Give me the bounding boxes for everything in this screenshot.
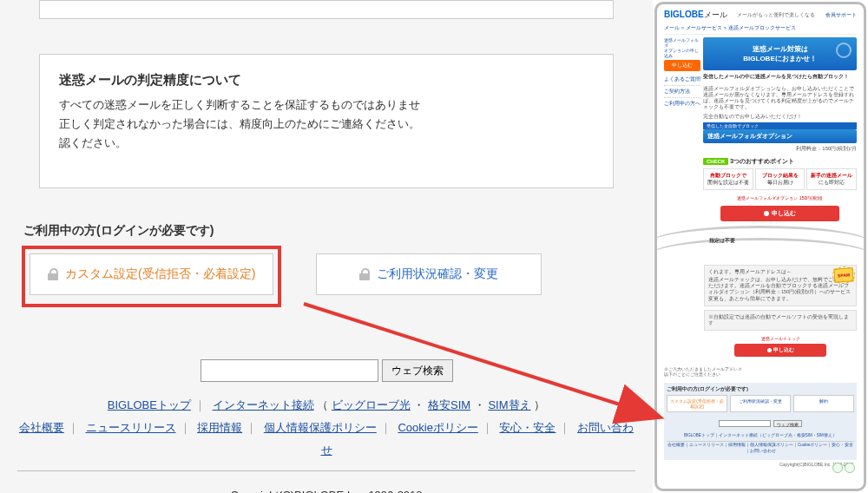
footer-link-top[interactable]: BIGLOBEトップ bbox=[108, 398, 191, 411]
preview-footlinks2: 会社概要｜ニュースリリース｜採用情報｜個人情報保護ポリシー｜Cookieポリシー… bbox=[667, 442, 854, 457]
wave-break bbox=[654, 226, 866, 257]
preview-side-link-0: よくあるご質問 bbox=[664, 74, 700, 86]
footer-link-internet[interactable]: インターネット接続 bbox=[213, 398, 314, 411]
search-row: ウェブ検索 bbox=[17, 359, 635, 382]
lock-icon bbox=[48, 268, 58, 280]
preview-desc: 迷惑メールフォルダオプションなら、お申し込みいただくことで迷惑メールが届かなくな… bbox=[703, 83, 857, 114]
accuracy-text-2: 正しく判定されなかった場合には、精度向上のためにご連絡ください。 bbox=[59, 115, 594, 134]
login-heading: ご利用中の方(ログインが必要です) bbox=[22, 223, 631, 239]
accuracy-text-3: 認ください。 bbox=[59, 134, 594, 153]
preview-login-section: ご利用中の方(ログインが必要です) カスタム設定(受信拒否・必着設定) ご利用状… bbox=[664, 383, 857, 460]
preview-sub: 受信したメールの中に迷惑メールを見つけたら自動ブロック！ bbox=[703, 70, 857, 83]
footer-links: BIGLOBEトップ｜ インターネット接続 （ ビッグローブ光 ・ 格安SIM … bbox=[17, 394, 635, 471]
main-content: 迷惑メールの判定精度について すべての迷惑メールを正しく判断することを保証するも… bbox=[0, 0, 653, 493]
footer-link-cookie[interactable]: Cookieポリシー bbox=[398, 421, 477, 434]
highlight-frame: カスタム設定(受信拒否・必着設定) bbox=[22, 246, 281, 307]
footer-link-news[interactable]: ニュースリリース bbox=[86, 421, 176, 434]
usage-status-label: ご利用状況確認・変更 bbox=[377, 266, 498, 282]
preview-side-link-2: ご利用中の方へ bbox=[664, 98, 700, 109]
footer-link-safety[interactable]: 安心・安全 bbox=[499, 421, 556, 434]
preview-login-btn-2: 解約 bbox=[793, 395, 854, 412]
accuracy-box: 迷惑メールの判定精度について すべての迷惑メールを正しく判断することを保証するも… bbox=[39, 54, 614, 188]
copyright: Copyright(C)BIGLOBE Inc. 1996-2018 bbox=[17, 489, 635, 493]
preview-hero: 迷惑メール対策は BIGLOBEにおまかせ！ bbox=[703, 37, 857, 70]
custom-settings-label: カスタム設定(受信拒否・必着設定) bbox=[65, 266, 255, 282]
preview-login-btn-0: カスタム設定(受信拒否・必着設定) bbox=[667, 395, 727, 412]
preview-tagline: メールがもっと便利で楽しくなる bbox=[737, 11, 815, 19]
footer-link-privacy[interactable]: 個人情報保護ポリシー bbox=[264, 421, 377, 434]
footer-link-hikari[interactable]: ビッグローブ光 bbox=[332, 398, 411, 411]
gear-icon bbox=[836, 43, 852, 58]
preview-footlinks1: BIGLOBEトップ｜インターネット接続（ビッグローブ光・格安SIM・SIM替え… bbox=[667, 432, 854, 442]
preview-cards: 自動ブロックで面倒な設定は不要 ブロック結果を毎日お届け 新手の迷惑メールにも即… bbox=[703, 168, 857, 190]
page-preview-thumbnail: BIGLOBEメール メールがもっと便利で楽しくなる 会員サポート メール > … bbox=[653, 0, 868, 493]
accuracy-title: 迷惑メールの判定精度について bbox=[59, 72, 594, 89]
footer-link-recruit[interactable]: 採用情報 bbox=[197, 421, 242, 434]
preview-breadcrumb: メール > メールサービス > 迷惑メールブロックサービス bbox=[664, 24, 857, 35]
footer-link-simchange[interactable]: SIM替え bbox=[488, 398, 530, 411]
preview-apply-button: 申し込む bbox=[720, 206, 839, 221]
preview-side-link-1: ご契約方法 bbox=[664, 86, 700, 98]
login-section: ご利用中の方(ログインが必要です) カスタム設定(受信拒否・必着設定) ご利用状… bbox=[22, 223, 631, 307]
footer-link-sim[interactable]: 格安SIM bbox=[428, 398, 470, 411]
preview-desc2: 完全自動なのでお申し込みいただくだけ！ bbox=[703, 114, 857, 122]
preview-option-bar: 迷惑メールフォルダオプション bbox=[703, 129, 857, 143]
preview-logo: BIGLOBE bbox=[664, 10, 704, 19]
preview-price: 利用料金：150円(税別)/月 bbox=[703, 143, 857, 154]
preview-apply2-button: 申し込む bbox=[734, 344, 826, 357]
custom-settings-button[interactable]: カスタム設定(受信拒否・必着設定) bbox=[30, 253, 273, 295]
footer-link-company[interactable]: 会社概要 bbox=[19, 421, 64, 434]
preview-search-button: ウェブ検索 bbox=[773, 420, 802, 427]
web-search-button[interactable]: ウェブ検索 bbox=[382, 359, 453, 382]
search-input[interactable] bbox=[201, 359, 378, 382]
lock-icon bbox=[359, 268, 370, 280]
preview-cert-badges bbox=[832, 463, 855, 473]
preview-copyright: Copyright(C)BIGLOBE Inc. 1996-2018 bbox=[664, 460, 857, 469]
preview-greybox: くれます。専用メールアドレスは～ 迷惑メールチェックは、お申し込みだけで、無料で… bbox=[704, 265, 857, 306]
spam-stamp-icon: SPAM bbox=[833, 267, 853, 282]
preview-nav: 会員サポート bbox=[825, 11, 857, 19]
accuracy-text-1: すべての迷惑メールを正しく判断することを保証するものではありませ bbox=[59, 95, 594, 115]
usage-status-button[interactable]: ご利用状況確認・変更 bbox=[316, 253, 542, 295]
top-empty-box bbox=[39, 0, 614, 19]
preview-side-apply: 申し込む bbox=[664, 60, 700, 71]
preview-search-input bbox=[719, 420, 771, 427]
preview-login-btn-1: ご利用状況確認・変更 bbox=[730, 395, 791, 412]
